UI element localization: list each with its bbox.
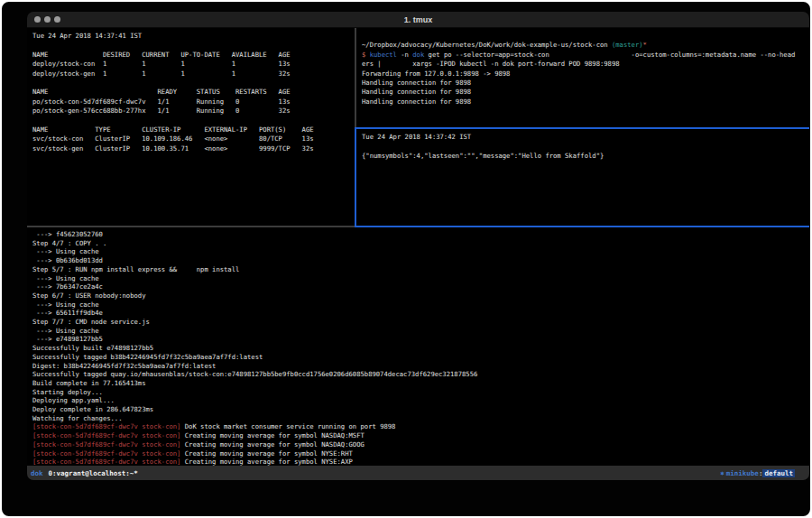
terminal-line: ---> Using cache	[32, 274, 808, 283]
terminal-line: [stock-con-5d7df689cf-dwc7v stock-con] C…	[32, 440, 808, 449]
terminal-line	[32, 41, 355, 50]
terminal-line: [stock-con-5d7df689cf-dwc7v stock-con] C…	[32, 449, 808, 458]
terminal-line: ---> e74898127bb5	[32, 335, 808, 344]
terminal-line: NAME READY STATUS RESTARTS AGE	[32, 88, 355, 97]
terminal-line: ---> 0b636bd013dd	[32, 256, 808, 265]
traffic-lights	[34, 12, 60, 27]
terminal-line	[362, 142, 809, 151]
terminal-line: Build complete in 77.165413ms	[32, 379, 808, 388]
terminal-line: Tue 24 Apr 2018 14:37:41 IST	[32, 32, 355, 41]
pane-skaffold-log[interactable]: ---> f45623052760Step 4/7 : COPY . . ---…	[30, 227, 808, 467]
terminal-line: ---> Using cache	[32, 327, 808, 336]
kube-context: minikube	[726, 469, 759, 477]
terminal-line: [stock-con-5d7df689cf-dwc7v stock-con] C…	[32, 431, 808, 440]
terminal-line: [stock-con-5d7df689cf-dwc7v stock-con] C…	[32, 458, 808, 467]
terminal-line	[32, 79, 355, 88]
terminal-line: [stock-con-5d7df689cf-dwc7v stock-con] D…	[32, 422, 808, 431]
pane-curl-response[interactable]: Tue 24 Apr 2018 14:37:42 IST {"numsymbol…	[358, 129, 809, 228]
terminal-line: ---> 65611ff9db4e	[32, 309, 808, 318]
terminal-line: NAME TYPE CLUSTER-IP EXTERNAL-IP PORT(S)…	[32, 125, 355, 134]
terminal-line	[32, 116, 355, 125]
terminal-line: Starting deploy...	[32, 388, 808, 397]
terminal-line: Successfully tagged quay.io/mhausenblas/…	[32, 370, 808, 379]
terminal-line: ---> Using cache	[32, 247, 808, 256]
pane-port-forward[interactable]: ~/Dropbox/advocacy/Kubernetes/DoK/work/d…	[358, 28, 809, 131]
terminal-line: Step 5/7 : RUN npm install express && np…	[32, 265, 808, 274]
terminal-line: po/stock-gen-576cc688bb-277hx 1/1 Runnin…	[32, 106, 355, 116]
terminal-line	[362, 32, 809, 41]
window-tab-current[interactable]: 0:vagrant@localhost:~*	[49, 469, 138, 477]
terminal-line: Step 7/7 : CMD node service.js	[32, 318, 808, 327]
pane-divider-vertical-active	[355, 127, 356, 226]
terminal-line: Forwarding from 127.0.0.1:9898 -> 9898	[362, 69, 809, 79]
terminal-line: NAME DESIRED CURRENT UP-TO-DATE AVAILABL…	[32, 51, 355, 60]
terminal-line: ---> Using cache	[32, 301, 808, 310]
terminal-line: Step 6/7 : USER nobody:nobody	[32, 291, 808, 301]
window-title: 1. tmux	[27, 15, 809, 24]
terminal-line: Handling connection for 9898	[362, 79, 809, 88]
terminal-line: Watching for changes...	[32, 414, 808, 423]
tmux-status-bar: dok 0:vagrant@localhost:~* ⎈ minikube : …	[27, 466, 809, 480]
terminal-line: $ kubectl -n dok get po --selector=app=s…	[362, 51, 809, 60]
pane-kubectl-watch[interactable]: Tue 24 Apr 2018 14:37:41 IST NAME DESIRE…	[30, 28, 355, 229]
terminal-line: Handling connection for 9898	[362, 88, 809, 97]
kube-namespace: default	[762, 469, 795, 477]
zoom-button[interactable]	[54, 16, 60, 23]
terminal-line: ~/Dropbox/advocacy/Kubernetes/DoK/work/d…	[362, 41, 809, 50]
terminal-body: Tue 24 Apr 2018 14:37:41 IST NAME DESIRE…	[27, 28, 809, 466]
terminal-line: ---> 7b6347ce2a4c	[32, 282, 808, 291]
terminal-line: Step 4/7 : COPY . .	[32, 239, 808, 248]
session-name: dok	[31, 469, 43, 477]
terminal-line: Deploying app.yaml...	[32, 396, 808, 405]
terminal-line: Deploy complete in 286.647823ms	[32, 405, 808, 414]
terminal-window: 1. tmux Tue 24 Apr 2018 14:37:41 IST NAM…	[27, 12, 809, 480]
terminal-line: deploy/stock-gen 1 1 1 1 32s	[32, 69, 355, 79]
window-titlebar[interactable]: 1. tmux	[27, 12, 809, 28]
close-button[interactable]	[34, 16, 41, 23]
pane-divider-vertical-inactive	[355, 28, 356, 127]
terminal-line: Tue 24 Apr 2018 14:37:42 IST	[362, 133, 809, 142]
terminal-line: Handling connection for 9898	[362, 97, 809, 106]
terminal-line: Successfully built e74898127bb5	[32, 344, 808, 353]
status-right: ⎈ minikube : default	[720, 469, 795, 477]
terminal-line: svc/stock-gen ClusterIP 10.100.35.71 <no…	[32, 144, 355, 153]
terminal-line: deploy/stock-con 1 1 1 1 13s	[32, 60, 355, 69]
terminal-line: Successfully tagged b38b42246945fd7f32c5…	[32, 353, 808, 362]
minimize-button[interactable]	[44, 16, 51, 23]
terminal-line: ---> f45623052760	[32, 230, 808, 239]
screenshot-canvas: 1. tmux Tue 24 Apr 2018 14:37:41 IST NAM…	[0, 0, 812, 518]
terminal-line: Digest: b38b42246945fd7f32c5ba9aea7af7fd…	[32, 362, 808, 371]
terminal-line: po/stock-con-5d7df689cf-dwc7v 1/1 Runnin…	[32, 97, 355, 106]
terminal-line: svc/stock-con ClusterIP 10.109.186.46 <n…	[32, 134, 355, 143]
terminal-line: ers | xargs -IPOD kubectl -n dok port-fo…	[362, 60, 809, 69]
terminal-line: {"numsymbols":4,"lastseen":"","message":…	[362, 152, 809, 161]
helm-icon: ⎈	[720, 469, 724, 477]
